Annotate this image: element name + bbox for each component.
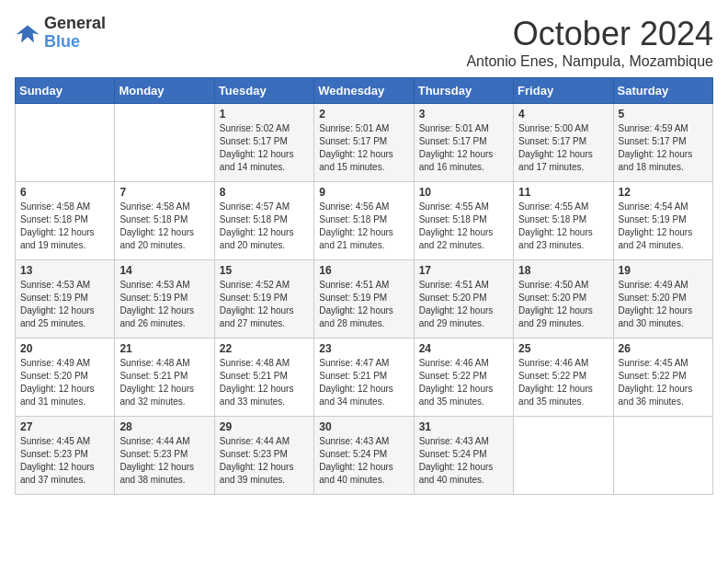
- day-info: Sunrise: 4:51 AM Sunset: 5:20 PM Dayligh…: [419, 279, 508, 330]
- day-info: Sunrise: 4:50 AM Sunset: 5:20 PM Dayligh…: [518, 279, 608, 330]
- calendar-cell: 22Sunrise: 4:48 AM Sunset: 5:21 PM Dayli…: [214, 339, 313, 417]
- day-number: 6: [20, 186, 109, 199]
- day-header-sunday: Sunday: [16, 78, 115, 104]
- calendar-cell: 14Sunrise: 4:53 AM Sunset: 5:19 PM Dayli…: [115, 260, 214, 339]
- calendar-cell: 3Sunrise: 5:01 AM Sunset: 5:17 PM Daylig…: [414, 104, 513, 182]
- day-header-tuesday: Tuesday: [214, 78, 313, 104]
- calendar-cell: 29Sunrise: 4:44 AM Sunset: 5:23 PM Dayli…: [214, 417, 313, 495]
- day-number: 16: [319, 264, 408, 277]
- calendar-cell: 1Sunrise: 5:02 AM Sunset: 5:17 PM Daylig…: [214, 104, 313, 182]
- day-number: 13: [20, 264, 109, 277]
- day-number: 14: [119, 264, 209, 277]
- day-number: 22: [220, 342, 309, 355]
- day-info: Sunrise: 4:48 AM Sunset: 5:21 PM Dayligh…: [119, 357, 209, 408]
- day-header-wednesday: Wednesday: [314, 78, 414, 104]
- day-number: 8: [220, 186, 309, 199]
- day-number: 30: [319, 420, 408, 433]
- calendar-cell: [16, 104, 115, 182]
- day-info: Sunrise: 4:58 AM Sunset: 5:18 PM Dayligh…: [119, 201, 209, 252]
- day-info: Sunrise: 4:57 AM Sunset: 5:18 PM Dayligh…: [220, 201, 309, 252]
- day-info: Sunrise: 4:47 AM Sunset: 5:21 PM Dayligh…: [319, 357, 408, 408]
- calendar-cell: 5Sunrise: 4:59 AM Sunset: 5:17 PM Daylig…: [613, 104, 712, 182]
- calendar-body: 1Sunrise: 5:02 AM Sunset: 5:17 PM Daylig…: [16, 104, 713, 495]
- day-number: 7: [119, 186, 209, 199]
- calendar-week-row: 13Sunrise: 4:53 AM Sunset: 5:19 PM Dayli…: [16, 260, 713, 339]
- day-info: Sunrise: 4:43 AM Sunset: 5:24 PM Dayligh…: [419, 435, 508, 487]
- day-number: 20: [20, 342, 109, 355]
- day-number: 12: [619, 186, 708, 199]
- day-number: 1: [220, 108, 309, 121]
- page-header: General Blue October 2024 Antonio Enes, …: [15, 15, 713, 70]
- calendar-week-row: 27Sunrise: 4:45 AM Sunset: 5:23 PM Dayli…: [16, 417, 713, 495]
- calendar-cell: 16Sunrise: 4:51 AM Sunset: 5:19 PM Dayli…: [314, 260, 414, 339]
- day-info: Sunrise: 4:43 AM Sunset: 5:24 PM Dayligh…: [319, 435, 408, 487]
- day-number: 9: [319, 186, 408, 199]
- day-info: Sunrise: 5:01 AM Sunset: 5:17 PM Dayligh…: [419, 122, 508, 174]
- day-number: 21: [119, 342, 209, 355]
- day-info: Sunrise: 4:59 AM Sunset: 5:17 PM Dayligh…: [619, 122, 708, 174]
- calendar-cell: [613, 417, 712, 495]
- calendar-cell: 21Sunrise: 4:48 AM Sunset: 5:21 PM Dayli…: [115, 339, 214, 417]
- calendar-cell: [514, 417, 613, 495]
- day-number: 3: [419, 108, 508, 121]
- calendar-cell: 20Sunrise: 4:49 AM Sunset: 5:20 PM Dayli…: [16, 339, 115, 417]
- logo-bird-icon: [15, 20, 40, 46]
- calendar-cell: [115, 104, 214, 182]
- day-info: Sunrise: 4:46 AM Sunset: 5:22 PM Dayligh…: [419, 357, 508, 408]
- day-number: 17: [419, 264, 508, 277]
- calendar-cell: 9Sunrise: 4:56 AM Sunset: 5:18 PM Daylig…: [314, 182, 414, 260]
- calendar-cell: 13Sunrise: 4:53 AM Sunset: 5:19 PM Dayli…: [16, 260, 115, 339]
- day-info: Sunrise: 4:51 AM Sunset: 5:19 PM Dayligh…: [319, 279, 408, 330]
- month-title: October 2024: [466, 15, 713, 53]
- calendar-cell: 18Sunrise: 4:50 AM Sunset: 5:20 PM Dayli…: [514, 260, 613, 339]
- day-info: Sunrise: 4:53 AM Sunset: 5:19 PM Dayligh…: [119, 279, 209, 330]
- day-info: Sunrise: 4:53 AM Sunset: 5:19 PM Dayligh…: [20, 279, 109, 330]
- calendar-cell: 10Sunrise: 4:55 AM Sunset: 5:18 PM Dayli…: [414, 182, 513, 260]
- day-info: Sunrise: 4:58 AM Sunset: 5:18 PM Dayligh…: [20, 201, 109, 252]
- day-info: Sunrise: 4:49 AM Sunset: 5:20 PM Dayligh…: [20, 357, 109, 408]
- day-info: Sunrise: 4:46 AM Sunset: 5:22 PM Dayligh…: [518, 357, 608, 408]
- calendar-cell: 24Sunrise: 4:46 AM Sunset: 5:22 PM Dayli…: [414, 339, 513, 417]
- day-info: Sunrise: 4:45 AM Sunset: 5:23 PM Dayligh…: [20, 435, 109, 487]
- calendar-week-row: 1Sunrise: 5:02 AM Sunset: 5:17 PM Daylig…: [16, 104, 713, 182]
- day-info: Sunrise: 4:44 AM Sunset: 5:23 PM Dayligh…: [220, 435, 309, 487]
- day-number: 26: [619, 342, 708, 355]
- calendar-cell: 25Sunrise: 4:46 AM Sunset: 5:22 PM Dayli…: [514, 339, 613, 417]
- calendar-week-row: 20Sunrise: 4:49 AM Sunset: 5:20 PM Dayli…: [16, 339, 713, 417]
- day-header-saturday: Saturday: [613, 78, 712, 104]
- calendar-cell: 11Sunrise: 4:55 AM Sunset: 5:18 PM Dayli…: [514, 182, 613, 260]
- day-number: 19: [619, 264, 708, 277]
- day-number: 10: [419, 186, 508, 199]
- calendar-cell: 4Sunrise: 5:00 AM Sunset: 5:17 PM Daylig…: [514, 104, 613, 182]
- day-info: Sunrise: 5:02 AM Sunset: 5:17 PM Dayligh…: [220, 122, 309, 174]
- day-header-thursday: Thursday: [414, 78, 513, 104]
- day-info: Sunrise: 4:55 AM Sunset: 5:18 PM Dayligh…: [518, 201, 608, 252]
- title-block: October 2024 Antonio Enes, Nampula, Moza…: [466, 15, 713, 70]
- calendar-table: SundayMondayTuesdayWednesdayThursdayFrid…: [15, 77, 713, 495]
- day-info: Sunrise: 4:49 AM Sunset: 5:20 PM Dayligh…: [619, 279, 708, 330]
- calendar-cell: 19Sunrise: 4:49 AM Sunset: 5:20 PM Dayli…: [613, 260, 712, 339]
- calendar-cell: 28Sunrise: 4:44 AM Sunset: 5:23 PM Dayli…: [115, 417, 214, 495]
- logo-line1: General: [44, 15, 106, 33]
- day-number: 2: [319, 108, 408, 121]
- day-info: Sunrise: 5:00 AM Sunset: 5:17 PM Dayligh…: [518, 122, 608, 174]
- calendar-cell: 15Sunrise: 4:52 AM Sunset: 5:19 PM Dayli…: [214, 260, 313, 339]
- day-info: Sunrise: 4:48 AM Sunset: 5:21 PM Dayligh…: [220, 357, 309, 408]
- day-number: 29: [220, 420, 309, 433]
- calendar-cell: 8Sunrise: 4:57 AM Sunset: 5:18 PM Daylig…: [214, 182, 313, 260]
- day-header-friday: Friday: [514, 78, 613, 104]
- day-number: 11: [518, 186, 608, 199]
- day-number: 24: [419, 342, 508, 355]
- calendar-cell: 6Sunrise: 4:58 AM Sunset: 5:18 PM Daylig…: [16, 182, 115, 260]
- day-info: Sunrise: 4:52 AM Sunset: 5:19 PM Dayligh…: [220, 279, 309, 330]
- day-number: 15: [220, 264, 309, 277]
- calendar-header-row: SundayMondayTuesdayWednesdayThursdayFrid…: [16, 78, 713, 104]
- svg-marker-0: [16, 25, 39, 42]
- calendar-cell: 26Sunrise: 4:45 AM Sunset: 5:22 PM Dayli…: [613, 339, 712, 417]
- day-header-monday: Monday: [115, 78, 214, 104]
- day-number: 27: [20, 420, 109, 433]
- calendar-cell: 30Sunrise: 4:43 AM Sunset: 5:24 PM Dayli…: [314, 417, 414, 495]
- calendar-cell: 12Sunrise: 4:54 AM Sunset: 5:19 PM Dayli…: [613, 182, 712, 260]
- day-number: 5: [619, 108, 708, 121]
- calendar-cell: 27Sunrise: 4:45 AM Sunset: 5:23 PM Dayli…: [16, 417, 115, 495]
